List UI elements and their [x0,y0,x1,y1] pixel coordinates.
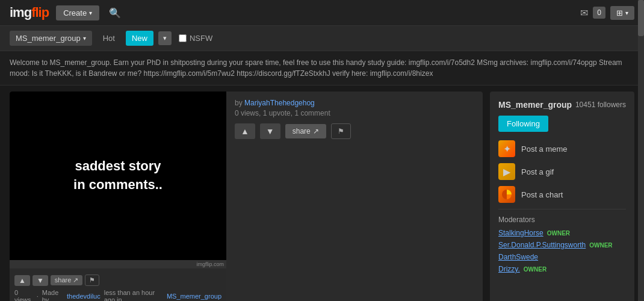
sidebar-group-name: MS_memer_group [498,100,572,110]
downvote-button[interactable]: ▼ [260,123,280,139]
mod-row-2: DarthSwede [498,253,626,261]
post-image-container: saddest story in comments.. imgflip.com … [10,92,226,301]
sidebar-header: MS_memer_group 10451 followers [498,100,626,110]
pie-chart-svg [501,189,512,200]
upvote-button-small[interactable]: ▲ [14,275,30,286]
flag-button-small[interactable]: ⚑ [85,275,99,286]
grid-icon: ⊞ [616,8,623,17]
watermark: imgflip.com [10,260,226,268]
group-selector[interactable]: MS_memer_group [10,31,92,46]
tab-new[interactable]: New [126,31,153,46]
nsfw-toggle-label[interactable]: NSFW [179,34,212,43]
description-text: Welcome to MS_memer_group. Earn your PhD… [10,58,622,78]
post-chart-action[interactable]: Post a chart [498,186,626,203]
owner-badge-3: OWNER [524,266,546,273]
search-icon: 🔍 [109,8,121,18]
vote-share-row: ▲ ▼ share ↗ ⚑ [14,275,221,286]
notification-count[interactable]: 0 [593,7,605,19]
search-button[interactable]: 🔍 [109,7,121,19]
upvote-button[interactable]: ▲ [235,123,255,139]
by-label: by [235,99,243,107]
mod-row-0: StalkingHorseOWNER [498,229,626,237]
chart-icon [498,186,515,203]
logo-accent: flip [31,5,49,20]
header-right: ✉ 0 ⊞ [580,6,634,20]
moderators-title: Moderators [498,216,626,224]
mail-icon[interactable]: ✉ [580,7,588,19]
meme-emoji: ✦ [503,143,511,155]
following-button[interactable]: Following [498,116,548,132]
owner-badge-1: OWNER [589,242,612,249]
gif-icon: ▶ [498,163,515,180]
share-label: share [293,127,311,135]
share-button-small[interactable]: share ↗ [51,275,83,285]
post-gif-action[interactable]: ▶ Post a gif [498,163,626,180]
post-byline: by MariyahThehedgehog [235,99,474,107]
meme-text: saddest story in comments.. [61,145,175,206]
post-gif-label: Post a gif [521,167,554,176]
sidebar-divider [498,209,626,209]
sort-dropdown-button[interactable]: ▾ [158,31,172,45]
toolbar: MS_memer_group Hot New ▾ NSFW [0,26,644,51]
vote-row: ▲ ▼ share ↗ ⚑ [235,123,474,139]
user-menu-button[interactable]: ⊞ [610,6,634,20]
post-inner: saddest story in comments.. imgflip.com … [10,92,483,301]
gif-emoji: ▶ [503,166,510,178]
nsfw-checkbox[interactable] [179,34,187,42]
post-card: saddest story in comments.. imgflip.com … [10,92,483,301]
footer-author-link[interactable]: thedevdiluc [67,293,101,300]
mod-name-3[interactable]: Drizzy. [498,265,520,273]
mod-name-1[interactable]: Ser.Donald.P.Suttingsworth [498,241,586,249]
logo: imgflip [10,5,49,20]
post-author-link[interactable]: MariyahThehedgehog [244,99,315,107]
post-footer-small: ▲ ▼ share ↗ ⚑ 0 views · Made by thedevdi… [10,268,226,301]
downvote-button-small[interactable]: ▼ [33,275,48,286]
share-button[interactable]: share ↗ [285,124,326,138]
owner-badge-0: OWNER [547,230,570,237]
post-stats: 0 views, 1 upvote, 1 comment [235,109,474,117]
post-meme-action[interactable]: ✦ Post a meme [498,140,626,157]
mod-name-0[interactable]: StalkingHorse [498,229,543,237]
footer-made-label: Made by [42,289,63,301]
meme-icon: ✦ [498,140,515,157]
create-button[interactable]: Create [56,5,99,20]
nsfw-label-text: NSFW [190,34,212,43]
description-bar: Welcome to MS_memer_group. Earn your PhD… [0,51,644,85]
mod-row-1: Ser.Donald.P.SuttingsworthOWNER [498,241,626,249]
followers-count: 10451 followers [575,101,626,109]
tab-hot[interactable]: Hot [97,31,121,46]
footer-group-link[interactable]: MS_memer_group [167,293,221,300]
scrollbar[interactable] [638,0,644,301]
post-meme-label: Post a meme [521,144,568,154]
share-icon: ↗ [313,127,319,135]
moderators-list: StalkingHorseOWNERSer.Donald.P.Suttingsw… [498,229,626,273]
mod-name-2[interactable]: DarthSwede [498,253,538,261]
flag-button[interactable]: ⚑ [331,123,351,139]
sidebar: MS_memer_group 10451 followers Following… [490,92,634,301]
footer-views: 0 views [14,289,33,301]
post-info-panel: by MariyahThehedgehog 0 views, 1 upvote,… [226,92,483,301]
scrollbar-thumb[interactable] [638,0,644,36]
footer-time: less than an hour ago in [104,289,163,301]
main-content: saddest story in comments.. imgflip.com … [0,85,644,301]
meme-image: saddest story in comments.. [10,92,226,260]
meme-line1: saddest story [73,157,163,176]
header: imgflip Create 🔍 ✉ 0 ⊞ [0,0,644,26]
mod-row-3: Drizzy.OWNER [498,265,626,273]
meme-line2: in comments.. [73,176,163,194]
post-chart-label: Post a chart [521,190,563,199]
post-footer-meta: 0 views · Made by thedevdiluc less than … [14,289,221,301]
